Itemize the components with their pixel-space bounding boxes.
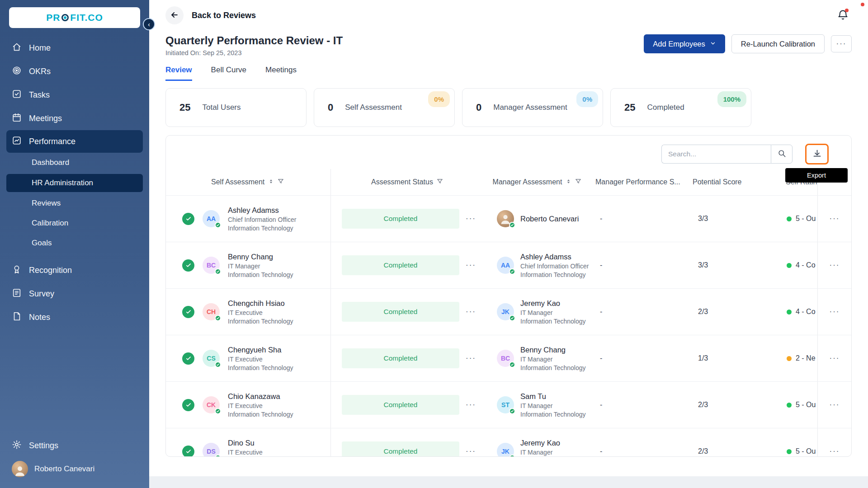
more-actions-button[interactable]: ··· bbox=[831, 35, 852, 52]
status-menu-button[interactable]: ··· bbox=[464, 399, 478, 411]
row-menu-button[interactable]: ··· bbox=[828, 445, 842, 457]
notifications-bell[interactable] bbox=[837, 9, 849, 23]
sidebar-collapse-button[interactable]: ‹ bbox=[143, 18, 155, 30]
relaunch-calibration-button[interactable]: Re-Launch Calibration bbox=[731, 34, 825, 53]
potential-score: 3/3 bbox=[688, 196, 777, 242]
manager-performance-score: - bbox=[591, 242, 688, 288]
manager-performance-score: - bbox=[591, 289, 688, 335]
column-header-self-assessment[interactable]: Self Assessment bbox=[166, 169, 331, 195]
download-icon bbox=[812, 149, 822, 160]
bell-icon bbox=[837, 14, 849, 22]
avatar-check-badge bbox=[215, 268, 221, 275]
rating-dot bbox=[787, 449, 792, 454]
row-menu-button[interactable]: ··· bbox=[828, 399, 842, 411]
sidebar-item-label: Notes bbox=[29, 313, 50, 322]
column-header-assessment-status[interactable]: Assessment Status bbox=[331, 169, 483, 195]
sidebar-item-goals[interactable]: Goals bbox=[0, 233, 149, 253]
search-button[interactable] bbox=[771, 145, 793, 164]
search-icon bbox=[778, 149, 786, 159]
sidebar: PR FIT.CO ‹ Home OKRs Tasks Meetings bbox=[0, 0, 149, 488]
status-menu-button[interactable]: ··· bbox=[464, 445, 478, 457]
avatar-check-badge bbox=[215, 455, 221, 457]
user-avatar bbox=[12, 461, 28, 477]
avatar-check-badge bbox=[509, 455, 515, 457]
sidebar-item-reviews[interactable]: Reviews bbox=[0, 193, 149, 213]
status-badge: Completed bbox=[342, 302, 459, 322]
employee-name: Ashley Adamss bbox=[228, 206, 296, 215]
tasks-icon bbox=[12, 89, 22, 101]
notes-icon bbox=[12, 311, 22, 324]
avatar-check-badge bbox=[215, 222, 221, 228]
sidebar-item-survey[interactable]: Survey bbox=[0, 282, 149, 305]
status-badge: Completed bbox=[342, 209, 459, 229]
tab-meetings[interactable]: Meetings bbox=[265, 66, 297, 81]
row-menu-button[interactable]: ··· bbox=[828, 212, 842, 225]
back-button[interactable] bbox=[165, 6, 184, 24]
employee-name: Benny Chang bbox=[228, 253, 293, 261]
target-icon bbox=[12, 66, 22, 78]
column-header-potential-score[interactable]: Potential Score bbox=[688, 169, 777, 195]
logo-target-icon bbox=[61, 14, 69, 21]
completed-check-icon bbox=[182, 352, 194, 365]
table-row: BC Benny Chang IT Manager Information Te… bbox=[166, 242, 851, 288]
status-menu-button[interactable]: ··· bbox=[464, 259, 478, 272]
manager-role: IT Manager bbox=[520, 356, 586, 363]
stat-badge: 0% bbox=[428, 91, 450, 107]
export-button[interactable] bbox=[805, 144, 829, 164]
sidebar-item-label: Tasks bbox=[29, 90, 50, 100]
sidebar-item-settings[interactable]: Settings bbox=[0, 434, 149, 457]
employee-dept: Information Technology bbox=[228, 364, 293, 371]
manager-performance-score: - bbox=[591, 428, 688, 457]
sidebar-item-notes[interactable]: Notes bbox=[0, 305, 149, 329]
employee-role: Chief Information Officer bbox=[228, 216, 296, 223]
completed-check-icon bbox=[182, 213, 194, 225]
row-menu-button[interactable]: ··· bbox=[828, 352, 842, 365]
manager-avatar bbox=[497, 210, 514, 227]
manager-role: IT Manager bbox=[520, 449, 586, 456]
tab-review[interactable]: Review bbox=[165, 66, 192, 81]
column-header-manager-performance-score[interactable]: Manager Performance S... bbox=[591, 169, 688, 195]
manager-name: Roberto Canevari bbox=[520, 215, 579, 223]
employee-avatar: CS bbox=[203, 350, 220, 367]
filter-icon[interactable] bbox=[437, 178, 443, 186]
search-input[interactable] bbox=[661, 145, 771, 164]
filter-icon[interactable] bbox=[575, 178, 581, 186]
stat-value: 25 bbox=[179, 102, 190, 113]
manager-role: IT Manager bbox=[520, 402, 586, 409]
table-row: DS Dino Su IT Executive Information Tech… bbox=[166, 428, 851, 457]
logo-text-right: FIT.CO bbox=[70, 12, 103, 23]
sidebar-item-recognition[interactable]: Recognition bbox=[0, 258, 149, 282]
avatar-check-badge bbox=[215, 315, 221, 321]
sidebar-item-performance[interactable]: Performance bbox=[6, 130, 143, 153]
sidebar-item-home[interactable]: Home bbox=[0, 36, 149, 60]
stat-label: Completed bbox=[647, 103, 684, 112]
sidebar-item-meetings[interactable]: Meetings bbox=[0, 107, 149, 130]
app: PR FIT.CO ‹ Home OKRs Tasks Meetings bbox=[0, 0, 868, 488]
status-menu-button[interactable]: ··· bbox=[464, 352, 478, 365]
sidebar-item-hr-administration[interactable]: HR Administration bbox=[6, 174, 143, 192]
employee-name: Chio Kanazawa bbox=[228, 392, 293, 401]
row-menu-button[interactable]: ··· bbox=[828, 305, 842, 318]
sort-icon[interactable] bbox=[268, 178, 274, 186]
sidebar-item-okrs[interactable]: OKRs bbox=[0, 60, 149, 83]
row-menu-button[interactable]: ··· bbox=[828, 259, 842, 272]
sort-icon[interactable] bbox=[566, 178, 571, 186]
add-employees-button[interactable]: Add Employees bbox=[644, 34, 725, 53]
avatar-check-badge bbox=[215, 408, 221, 414]
column-header-manager-assessment[interactable]: Manager Assessment bbox=[483, 169, 591, 195]
sidebar-user[interactable]: Roberto Canevari bbox=[0, 457, 149, 481]
sidebar-item-tasks[interactable]: Tasks bbox=[0, 83, 149, 107]
employee-avatar: CH bbox=[203, 303, 220, 320]
manager-dept: Information Technology bbox=[520, 271, 589, 278]
employee-role: IT Manager bbox=[228, 263, 293, 270]
filter-icon[interactable] bbox=[278, 178, 284, 186]
manager-performance-score: - bbox=[591, 335, 688, 381]
sub-item-label: HR Administration bbox=[32, 178, 93, 188]
self-rating: 4 - Co bbox=[777, 289, 817, 335]
self-rating: 4 - Co bbox=[777, 242, 817, 288]
tab-bell-curve[interactable]: Bell Curve bbox=[211, 66, 246, 81]
sidebar-item-calibration[interactable]: Calibration bbox=[0, 213, 149, 233]
status-menu-button[interactable]: ··· bbox=[464, 305, 478, 318]
sidebar-item-dashboard[interactable]: Dashboard bbox=[0, 153, 149, 173]
status-menu-button[interactable]: ··· bbox=[464, 212, 478, 225]
